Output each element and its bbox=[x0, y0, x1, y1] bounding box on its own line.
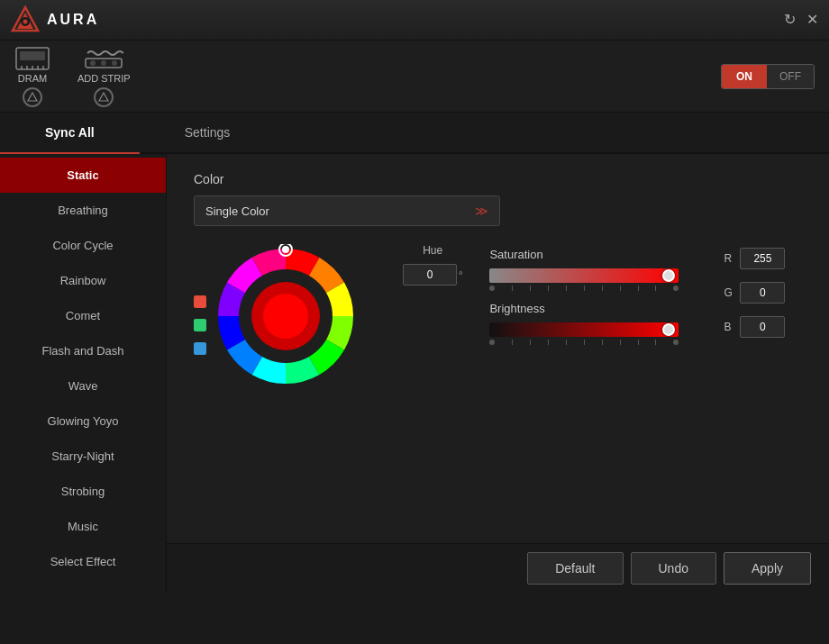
add-strip-icon-wrap: ADD STRIP bbox=[77, 46, 131, 84]
apply-button[interactable]: Apply bbox=[724, 552, 811, 585]
tick bbox=[548, 286, 549, 291]
sidebar-item-rainbow[interactable]: Rainbow bbox=[0, 263, 166, 298]
sliders-section: Saturation bbox=[489, 248, 706, 356]
sidebar-item-flash-dash[interactable]: Flash and Dash bbox=[0, 333, 166, 368]
color-picker-section: Hue ° Saturation bbox=[194, 244, 802, 406]
sidebar-item-wave[interactable]: Wave bbox=[0, 368, 166, 404]
toggle-on-button[interactable]: ON bbox=[722, 65, 767, 88]
svg-point-14 bbox=[101, 60, 106, 66]
tick bbox=[673, 286, 679, 291]
strip-icon bbox=[84, 46, 123, 71]
sidebar: Static Breathing Color Cycle Rainbow Com… bbox=[0, 154, 167, 593]
color-wheel-wrapper bbox=[194, 244, 376, 406]
g-input[interactable] bbox=[740, 282, 785, 304]
saturation-slider[interactable] bbox=[489, 268, 679, 283]
tick bbox=[489, 286, 495, 291]
color-swatches bbox=[194, 295, 206, 355]
brightness-label: Brightness bbox=[489, 302, 706, 315]
content-area: Color Single Color ≫ bbox=[167, 154, 829, 593]
tick bbox=[489, 340, 495, 345]
swatch-green[interactable] bbox=[194, 319, 206, 331]
toggle-off-button[interactable]: OFF bbox=[767, 65, 814, 88]
tab-settings[interactable]: Settings bbox=[140, 113, 276, 154]
sidebar-item-glowing-yoyo[interactable]: Glowing Yoyo bbox=[0, 404, 166, 439]
swatch-red[interactable] bbox=[194, 295, 206, 308]
tick bbox=[566, 286, 567, 291]
r-input[interactable] bbox=[740, 248, 785, 269]
svg-point-15 bbox=[112, 60, 117, 66]
tick bbox=[530, 286, 531, 291]
dram-chip-icon bbox=[14, 46, 50, 71]
tick bbox=[584, 286, 585, 291]
tick bbox=[602, 286, 603, 291]
add-strip-device[interactable]: ADD STRIP bbox=[77, 46, 131, 107]
b-input[interactable] bbox=[740, 316, 785, 338]
brightness-row: Brightness bbox=[489, 302, 706, 345]
swatch-blue[interactable] bbox=[194, 342, 206, 355]
add-strip-badge bbox=[94, 87, 114, 107]
sidebar-item-color-cycle[interactable]: Color Cycle bbox=[0, 228, 166, 263]
window-controls: ↻ ✕ bbox=[784, 13, 818, 27]
color-section-label: Color bbox=[194, 172, 802, 186]
tick bbox=[602, 340, 603, 345]
sidebar-item-starry-night[interactable]: Starry-Night bbox=[0, 439, 166, 474]
sliders-rgb-container: Saturation bbox=[489, 248, 785, 356]
tick bbox=[620, 340, 621, 345]
close-button[interactable]: ✕ bbox=[806, 13, 818, 27]
sidebar-item-static[interactable]: Static bbox=[0, 158, 166, 193]
saturation-row: Saturation bbox=[489, 248, 706, 291]
b-label: B bbox=[724, 321, 734, 333]
svg-point-19 bbox=[263, 294, 308, 339]
brightness-thumb[interactable] bbox=[662, 323, 675, 336]
b-row: B bbox=[724, 316, 785, 338]
svg-point-3 bbox=[23, 20, 28, 24]
svg-point-21 bbox=[282, 246, 289, 253]
svg-marker-11 bbox=[28, 93, 37, 101]
undo-button[interactable]: Undo bbox=[631, 552, 716, 585]
hue-section: Hue ° bbox=[403, 244, 462, 286]
refresh-button[interactable]: ↻ bbox=[784, 13, 796, 27]
default-button[interactable]: Default bbox=[527, 552, 623, 585]
dram-label: DRAM bbox=[18, 73, 47, 84]
saturation-thumb[interactable] bbox=[662, 269, 675, 282]
dram-icon-wrap: DRAM bbox=[14, 46, 50, 84]
tick bbox=[655, 286, 656, 291]
app-logo: AURA bbox=[11, 5, 99, 34]
tab-row: Sync All Settings bbox=[0, 113, 829, 154]
sidebar-item-strobing[interactable]: Strobing bbox=[0, 474, 166, 509]
sidebar-item-select-effect[interactable]: Select Effect bbox=[0, 544, 166, 579]
g-label: G bbox=[724, 286, 734, 299]
r-label: R bbox=[724, 252, 734, 265]
tick bbox=[655, 340, 656, 345]
color-wheel[interactable] bbox=[214, 244, 376, 406]
hue-label: Hue bbox=[423, 244, 442, 257]
title-bar: AURA ↻ ✕ bbox=[0, 0, 829, 41]
saturation-label: Saturation bbox=[489, 248, 706, 261]
tick bbox=[673, 340, 679, 345]
app-title: AURA bbox=[47, 12, 99, 28]
dropdown-arrow-icon: ≫ bbox=[475, 204, 488, 218]
hue-input[interactable] bbox=[403, 264, 457, 286]
on-off-toggle[interactable]: ON OFF bbox=[721, 64, 815, 89]
sidebar-item-comet[interactable]: Comet bbox=[0, 298, 166, 333]
color-wheel-svg bbox=[214, 244, 358, 388]
g-row: G bbox=[724, 282, 785, 304]
dram-device[interactable]: DRAM bbox=[14, 46, 50, 107]
brightness-slider[interactable] bbox=[489, 322, 679, 337]
tick bbox=[638, 286, 639, 291]
tick bbox=[548, 340, 549, 345]
main-layout: Static Breathing Color Cycle Rainbow Com… bbox=[0, 154, 829, 593]
tick bbox=[620, 286, 621, 291]
r-row: R bbox=[724, 248, 785, 269]
rgb-section: R G B bbox=[724, 248, 785, 338]
sidebar-item-music[interactable]: Music bbox=[0, 509, 166, 544]
color-mode-dropdown[interactable]: Single Color ≫ bbox=[194, 195, 500, 226]
svg-rect-5 bbox=[20, 51, 45, 60]
tick bbox=[566, 340, 567, 345]
tick bbox=[530, 340, 531, 345]
device-bar: DRAM ADD STRIP ON OFF bbox=[0, 41, 829, 113]
tab-sync-all[interactable]: Sync All bbox=[0, 113, 140, 154]
dram-badge bbox=[23, 87, 42, 107]
sidebar-item-breathing[interactable]: Breathing bbox=[0, 193, 166, 228]
svg-marker-16 bbox=[99, 93, 108, 101]
